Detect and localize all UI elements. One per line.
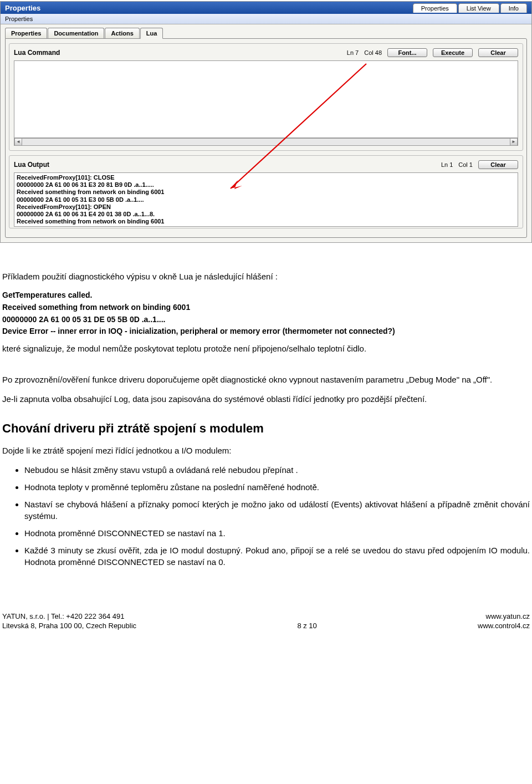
page-number: 8 z 10 [297,622,316,631]
font-button[interactable]: Font... [387,48,427,57]
document-body: Příkladem použití diagnostického výpisu … [0,271,532,568]
lua-command-fieldset: Lua Command Ln 7 Col 48 Font... Execute … [9,43,523,151]
mono-line: Received something from network on bindi… [2,302,530,313]
scroll-left-icon[interactable]: ◄ [14,139,22,145]
tab-lua[interactable]: Lua [140,28,163,39]
output-line: 00000000 2A 61 00 06 31 E4 20 01 38 0D .… [17,211,515,218]
tab-documentation[interactable]: Documentation [48,28,104,38]
lua-output-col: Col 1 [458,161,473,168]
lua-command-textarea[interactable] [14,60,518,138]
lua-output-ln: Ln 1 [441,161,453,168]
output-line: ReceivedFromProxy[101]: CLOSE [17,174,515,181]
tab-info-top[interactable]: Info [500,3,527,13]
lua-output-text[interactable]: ReceivedFromProxy[101]: CLOSE 00000000 2… [14,172,518,227]
clear-command-button[interactable]: Clear [478,48,518,57]
bullet-list: Nebudou se hlásit změny stavu vstupů a o… [24,464,530,568]
titlebar: Properties Properties List View Info [1,2,531,14]
footer-right: www.yatun.cz www.control4.cz [478,612,530,631]
lua-command-label: Lua Command [14,49,60,57]
tab-properties-top[interactable]: Properties [413,3,457,13]
footer-address: Litevská 8, Praha 100 00, Czech Republic [2,622,136,631]
paragraph: Dojde li ke ztrátě spojení mezi řídící j… [2,445,530,456]
list-item: Každé 3 minuty se zkusí ověřit, zda je I… [24,544,530,568]
lua-command-hscroll[interactable]: ◄ ► [14,138,518,146]
output-line: 00000000 2A 61 00 05 31 E3 00 5B 0D .a..… [17,196,515,203]
lua-output-fieldset: Lua Output Ln 1 Col 1 Clear ReceivedFrom… [9,155,523,228]
paragraph: které signalizuje, že modul nemůže posky… [2,343,530,354]
section-heading: Chování driveru při ztrátě spojení s mod… [2,420,530,437]
lua-command-col: Col 48 [364,49,382,56]
footer-contact: YATUN, s.r.o. | Tel.: +420 222 364 491 [2,612,136,622]
list-item: Hodnota teploty v proměnné teploměru zůs… [24,481,530,493]
inner-tabstrip: Properties Documentation Actions Lua [1,24,531,38]
output-line: ReceivedFromProxy[101]: OPEN [17,203,515,211]
execute-button[interactable]: Execute [433,48,473,57]
mono-line: Device Error -- inner error in IOQ - ini… [2,326,530,337]
mono-line: 00000000 2A 61 00 05 31 DE 05 5B 0D .a..… [2,314,530,325]
footer-left: YATUN, s.r.o. | Tel.: +420 222 364 491 L… [2,612,136,631]
lua-output-label: Lua Output [14,161,49,169]
clear-output-button[interactable]: Clear [478,160,518,169]
list-item: Hodnota proměnné DISCONNECTED se nastaví… [24,527,530,539]
tab-actions[interactable]: Actions [105,28,139,38]
list-item: Nastaví se chybová hlášení a příznaky po… [24,498,530,522]
output-line: Received something from network on bindi… [17,218,515,225]
page-footer: YATUN, s.r.o. | Tel.: +420 222 364 491 L… [0,612,532,635]
lua-panel: Lua Command Ln 7 Col 48 Font... Execute … [5,38,527,238]
tab-properties[interactable]: Properties [5,28,47,38]
scroll-right-icon[interactable]: ► [510,139,518,145]
subheader: Properties [1,14,531,24]
lua-command-ln: Ln 7 [347,49,359,56]
intro-text: Příkladem použití diagnostického výpisu … [2,271,530,282]
footer-url: www.control4.cz [478,622,530,631]
window-title: Properties [5,4,40,12]
footer-url: www.yatun.cz [478,612,530,622]
output-line: Received something from network on bindi… [17,189,515,196]
list-item: Nebudou se hlásit změny stavu vstupů a o… [24,464,530,476]
tab-listview-top[interactable]: List View [458,3,499,13]
paragraph: Po zprovoznění/ověření funkce driveru do… [2,374,530,385]
output-line: 00000000 2A 61 00 06 31 E3 20 81 B9 0D .… [17,181,515,189]
app-window: Properties Properties List View Info Pro… [0,1,532,243]
paragraph: Je-li zapnuta volba obsahující Log, data… [2,393,530,405]
mono-line: GetTemperatures called. [2,290,530,301]
titlebar-tabstrip: Properties List View Info [412,3,527,13]
